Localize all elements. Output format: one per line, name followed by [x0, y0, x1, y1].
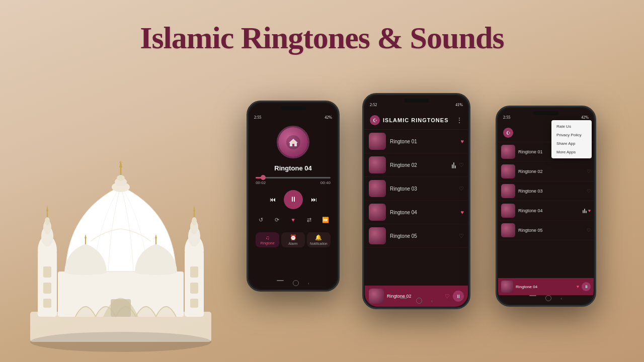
bottom-tabs: ♫ Ringtone ⏰ Alarm 🔔 Notification: [256, 232, 331, 247]
tab-alarm[interactable]: ⏰ Alarm: [281, 232, 305, 247]
notif-tab-icon: 🔔: [315, 234, 322, 241]
nav-home[interactable]: [293, 280, 299, 286]
p3-heart-3[interactable]: ♡: [587, 189, 591, 194]
p3-bp-heart[interactable]: ♥: [577, 284, 579, 289]
forward-icon[interactable]: ⏩: [321, 215, 330, 224]
dropdown-menu[interactable]: Rate Us Privacy Policy Share App More Ap…: [551, 120, 592, 158]
nav-lines-2: [400, 298, 407, 299]
p3-list-item[interactable]: Ringtone 04 ♥: [498, 201, 594, 221]
svg-rect-9: [43, 283, 51, 294]
status-bar-1: 2:55 42%: [249, 114, 337, 121]
p3-name-2: Ringtone 02: [518, 169, 584, 174]
p3-list-item[interactable]: Ringtone 02 ♡: [498, 162, 594, 182]
svg-marker-7: [46, 205, 48, 211]
p3-icons-5: ♡: [587, 228, 591, 233]
nav-back-3[interactable]: ‹: [560, 295, 562, 301]
replay-icon[interactable]: ↺: [257, 215, 266, 224]
menu-item-privacy[interactable]: Privacy Policy: [551, 131, 592, 139]
phone-1-screen: 2:55 42% Ringtone 04: [249, 103, 337, 289]
p3-bar: [583, 210, 584, 213]
ringtone-tab-label: Ringtone: [261, 241, 275, 245]
pause-button[interactable]: ⏸: [284, 190, 303, 209]
prev-button[interactable]: ⏮: [268, 195, 278, 205]
phone-player: 2:55 42% Ringtone 04: [247, 101, 340, 292]
tab-ringtone[interactable]: ♫ Ringtone: [256, 232, 279, 247]
progress-container[interactable]: [256, 177, 331, 178]
heart-1[interactable]: ♥: [460, 138, 464, 144]
ringtone-thumb-5: [369, 227, 386, 244]
heart-3[interactable]: ♡: [459, 186, 464, 192]
phone-list: 2:52 41% ☪ ISLAMIC RINGTONES ⋮: [362, 93, 470, 309]
p3-name-5: Ringtone 05: [518, 228, 584, 233]
extra-controls: ↺ ⟳ ♥ ⇄ ⏩: [257, 215, 330, 224]
list-header-left: ☪ ISLAMIC RINGTONES: [370, 115, 448, 125]
heart-icon[interactable]: ♥: [289, 215, 298, 224]
p3-icons-3: ♡: [587, 189, 591, 194]
progress-fill: [256, 177, 263, 178]
p3-thumb-3: [501, 184, 515, 198]
heart-2[interactable]: ♡: [459, 162, 464, 168]
phone-2-shell: 2:52 41% ☪ ISLAMIC RINGTONES ⋮: [362, 93, 470, 309]
list-screen-3: 2:55 42% ☪ ⋮ Rate Us Privacy Policy Shar…: [498, 108, 594, 304]
ringtone-thumb-1: [369, 133, 386, 150]
svg-point-36: [30, 332, 211, 352]
ringtone-thumb-2: [369, 156, 386, 173]
list-item[interactable]: Ringtone 05 ♡: [365, 224, 468, 248]
mosque-illustration: ☪: [0, 40, 242, 352]
list-item[interactable]: Ringtone 02 ♡: [365, 153, 468, 177]
time-current: 00:02: [256, 180, 266, 185]
ringtone-name-4: Ringtone 04: [390, 210, 456, 215]
ringtone-name-1: Ringtone 01: [390, 139, 456, 144]
bar: [455, 165, 456, 168]
p3-heart-2[interactable]: ♡: [587, 169, 591, 174]
heart-4[interactable]: ♥: [460, 209, 464, 215]
menu-item-rate[interactable]: Rate Us: [551, 122, 592, 131]
tab-notification[interactable]: 🔔 Notification: [307, 232, 331, 247]
svg-rect-20: [190, 299, 198, 308]
list-item[interactable]: Ringtone 01 ♥: [365, 130, 468, 153]
nav-back-2[interactable]: ‹: [431, 298, 433, 304]
svg-point-5: [45, 217, 50, 225]
phone-3-shell: 2:55 42% ☪ ⋮ Rate Us Privacy Policy Shar…: [496, 106, 596, 307]
p3-heart-5[interactable]: ♡: [587, 228, 591, 233]
shuffle-icon[interactable]: ⇄: [305, 215, 314, 224]
menu-item-more[interactable]: More Apps: [551, 148, 592, 156]
menu-item-share[interactable]: Share App: [551, 139, 592, 148]
playing-bars-2: [452, 161, 456, 168]
next-button[interactable]: ⏭: [309, 195, 319, 205]
status-bar-2: 2:52 41%: [365, 96, 468, 108]
phone-1-shell: 2:55 42% Ringtone 04: [247, 101, 340, 292]
phone-2-nav: ‹: [364, 298, 469, 304]
album-art-icon: [286, 135, 301, 150]
app-icon-3: ☪: [503, 128, 513, 138]
repeat-icon[interactable]: ⟳: [273, 215, 282, 224]
svg-rect-18: [190, 266, 198, 278]
nav-back[interactable]: ‹: [308, 280, 309, 286]
phone-list-menu: 2:55 42% ☪ ⋮ Rate Us Privacy Policy Shar…: [496, 106, 596, 307]
list-item[interactable]: Ringtone 04 ♥: [365, 201, 468, 224]
nav-home-2[interactable]: [416, 298, 422, 304]
phone-1-nav: ‹: [248, 280, 338, 286]
nav-lines: [277, 280, 284, 281]
ringtone-tab-icon: ♫: [265, 234, 269, 240]
p3-name-3: Ringtone 03: [518, 189, 584, 194]
list-item[interactable]: Ringtone 03 ♡: [365, 177, 468, 201]
p3-list-item[interactable]: Ringtone 03 ♡: [498, 182, 594, 201]
ringtone-action-2: ♡: [452, 161, 464, 168]
heart-5[interactable]: ♡: [459, 233, 464, 239]
p3-list-item[interactable]: Ringtone 05 ♡: [498, 221, 594, 240]
p3-bar: [584, 209, 585, 213]
p3-bp-pause[interactable]: ⏸: [582, 282, 591, 291]
p3-bars-4: [583, 208, 587, 213]
nav-home-3[interactable]: [545, 295, 551, 301]
ringtone-thumb-3: [369, 180, 386, 197]
app-icon: ☪: [370, 115, 380, 125]
list-header: ☪ ISLAMIC RINGTONES ⋮: [365, 108, 468, 130]
p3-bp-name: Ringtone 04: [516, 285, 574, 289]
p3-thumb-1: [501, 145, 515, 159]
progress-thumb: [261, 175, 266, 180]
p3-thumb-2: [501, 164, 515, 178]
phone-3-nav: ‹: [497, 295, 595, 301]
menu-dots[interactable]: ⋮: [456, 116, 463, 125]
p3-heart-4[interactable]: ♥: [588, 208, 591, 213]
